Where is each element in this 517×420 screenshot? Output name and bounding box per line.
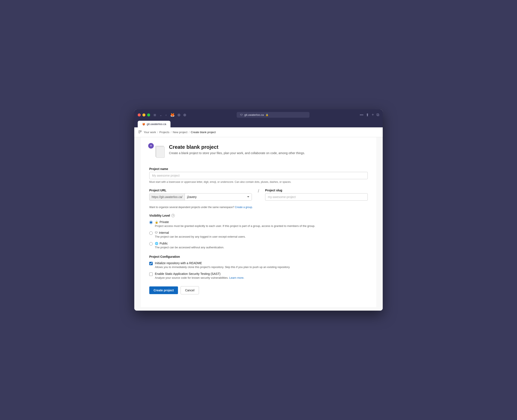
- form-header: + Create blank project Create a blank pr…: [149, 144, 368, 159]
- visibility-private-option: 🔒 Private Project access must be granted…: [149, 220, 368, 228]
- url-slash: /: [256, 189, 261, 194]
- url-row: Project URL https://git.uwaterloo.ca/ j2…: [149, 189, 368, 201]
- namespace-hint: Want to organize several dependent proje…: [149, 206, 368, 209]
- visibility-internal-option: 🛡 Internal The project can be accessed b…: [149, 231, 368, 238]
- readme-title: Initialize repository with a README: [155, 261, 368, 265]
- project-name-input[interactable]: [149, 172, 368, 179]
- readme-checkbox[interactable]: [149, 262, 153, 265]
- browser-chrome: ⊞ ⌄ ‹ 🦊 ⊕ ⊗ 🛡 git.uwaterloo.ca 🔒 ••• ⬆ +: [134, 109, 383, 127]
- plus-icon: +: [148, 142, 154, 149]
- config-label: Project Configuration: [149, 255, 368, 258]
- visibility-internal-desc: The project can be accessed by any logge…: [155, 235, 368, 238]
- share-icon[interactable]: ⬆: [366, 112, 369, 117]
- breadcrumb-sep-2: /: [171, 131, 172, 134]
- page-title: Create blank project: [169, 144, 305, 150]
- back-icon[interactable]: ‹: [165, 113, 167, 117]
- extension-icon-2: ⊗: [183, 112, 186, 117]
- visibility-help-icon[interactable]: ?: [171, 214, 175, 217]
- breadcrumb: Your work / Projects / New project / Cre…: [134, 127, 383, 137]
- url-input-group: https://git.uwaterloo.ca/ j2avery: [149, 193, 252, 201]
- project-slug-input[interactable]: [265, 193, 368, 201]
- project-name-section: Project name Must start with a lowercase…: [149, 167, 368, 183]
- tab-favicon: 🦊: [142, 123, 145, 126]
- create-project-button[interactable]: Create project: [149, 286, 178, 294]
- visibility-label: Visibility Level ?: [149, 214, 368, 217]
- form-actions: Create project Cancel: [149, 286, 368, 294]
- visibility-private-title: 🔒 Private: [155, 220, 368, 224]
- project-configuration-section: Project Configuration Initialize reposit…: [149, 255, 368, 279]
- sast-title: Enable Static Application Security Testi…: [155, 272, 368, 276]
- readme-desc: Allows you to immediately clone this pro…: [155, 265, 368, 269]
- namespace-select[interactable]: j2avery: [185, 194, 252, 200]
- project-name-label: Project name: [149, 167, 368, 171]
- sast-content: Enable Static Application Security Testi…: [155, 272, 368, 279]
- breadcrumb-current: Create blank project: [191, 131, 216, 134]
- tab-overview-icon[interactable]: ⧉: [377, 112, 379, 117]
- page-content: Your work / Projects / New project / Cre…: [134, 127, 383, 311]
- visibility-internal-content: 🛡 Internal The project can be accessed b…: [155, 231, 368, 238]
- maximize-button[interactable]: [147, 113, 150, 116]
- main-form: + Create blank project Create a blank pr…: [141, 137, 376, 307]
- project-url-label: Project URL: [149, 189, 252, 192]
- sast-desc: Analyze your source code for known secur…: [155, 276, 368, 279]
- visibility-internal-title: 🛡 Internal: [155, 231, 368, 234]
- page-subtitle: Create a blank project to store your fil…: [169, 151, 305, 155]
- chevron-down-icon[interactable]: ⌄: [159, 113, 163, 117]
- visibility-internal-radio[interactable]: [149, 231, 153, 235]
- tab-title: git.uwaterloo.ca: [147, 122, 166, 126]
- cancel-button[interactable]: Cancel: [181, 286, 199, 294]
- visibility-public-option: 🌐 Public The project can be accessed wit…: [149, 242, 368, 249]
- readme-content: Initialize repository with a README Allo…: [155, 261, 368, 269]
- breadcrumb-projects[interactable]: Projects: [159, 131, 169, 134]
- visibility-public-title: 🌐 Public: [155, 242, 368, 245]
- project-slug-label: Project slug: [265, 189, 368, 192]
- sast-learn-more-link[interactable]: Learn more.: [229, 276, 244, 279]
- globe-icon: 🌐: [155, 242, 158, 245]
- visibility-public-desc: The project can be accessed without any …: [155, 246, 368, 249]
- project-url-group: Project URL https://git.uwaterloo.ca/ j2…: [149, 189, 252, 201]
- breadcrumb-sep-3: /: [189, 131, 190, 134]
- sast-checkbox[interactable]: [149, 272, 153, 276]
- svg-rect-1: [140, 131, 141, 132]
- project-slug-group: Project slug: [265, 189, 368, 201]
- breadcrumb-new-project[interactable]: New project: [173, 131, 188, 134]
- create-group-link[interactable]: Create a group.: [235, 206, 253, 209]
- form-header-text: Create blank project Create a blank proj…: [169, 144, 305, 155]
- lock-icon: 🔒: [266, 113, 269, 116]
- breadcrumb-your-work[interactable]: Your work: [144, 131, 156, 134]
- browser-controls: ⊞ ⌄ ‹: [153, 113, 167, 117]
- traffic-lights: [138, 113, 150, 116]
- project-icon: +: [149, 144, 165, 159]
- visibility-private-desc: Project access must be granted explicitl…: [155, 224, 368, 228]
- browser-tabs: 🦊 git.uwaterloo.ca: [138, 120, 379, 127]
- visibility-private-radio[interactable]: [149, 221, 153, 224]
- browser-right-controls: ••• ⬆ + ⧉: [360, 112, 379, 117]
- svg-rect-0: [139, 131, 140, 133]
- project-name-hint: Must start with a lowercase or uppercase…: [149, 180, 368, 183]
- sast-option: Enable Static Application Security Testi…: [149, 272, 368, 279]
- shield-icon: 🛡: [240, 113, 243, 116]
- url-text: git.uwaterloo.ca: [244, 113, 264, 116]
- add-tab-icon[interactable]: +: [372, 112, 374, 117]
- lock-icon: 🔒: [155, 220, 158, 224]
- minimize-button[interactable]: [142, 113, 145, 116]
- sidebar-toggle-icon[interactable]: ⊞: [153, 113, 157, 117]
- extension-icon-1: ⊕: [177, 112, 181, 117]
- visibility-public-content: 🌐 Public The project can be accessed wit…: [155, 242, 368, 249]
- ellipsis-icon[interactable]: •••: [360, 113, 364, 117]
- readme-option: Initialize repository with a README Allo…: [149, 261, 368, 269]
- close-button[interactable]: [138, 113, 141, 116]
- gitlab-icon: 🦊: [170, 112, 175, 117]
- url-prefix: https://git.uwaterloo.ca/: [150, 194, 185, 200]
- active-tab[interactable]: 🦊 git.uwaterloo.ca: [138, 121, 170, 127]
- visibility-section: Visibility Level ? 🔒 Private Project acc…: [149, 214, 368, 249]
- sidebar-icon: [138, 130, 142, 134]
- visibility-public-radio[interactable]: [149, 242, 153, 246]
- shield-icon: 🛡: [155, 231, 158, 234]
- visibility-private-content: 🔒 Private Project access must be granted…: [155, 220, 368, 228]
- address-bar[interactable]: 🛡 git.uwaterloo.ca 🔒: [237, 112, 310, 118]
- breadcrumb-sep-1: /: [157, 131, 158, 134]
- page-icon: [154, 146, 165, 158]
